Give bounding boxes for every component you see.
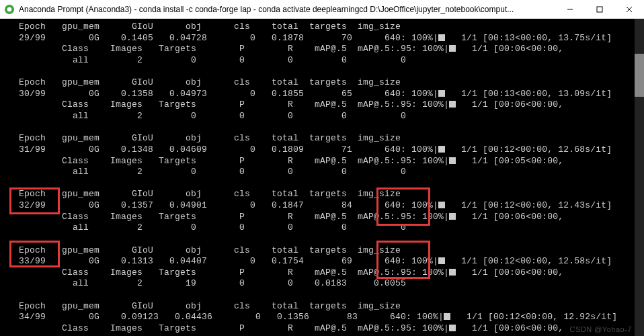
svg-rect-3 (597, 7, 602, 12)
scrollbar-track[interactable] (635, 19, 644, 336)
scrollbar-thumb[interactable] (635, 54, 644, 97)
maximize-button[interactable] (585, 0, 614, 19)
window-title: Anaconda Prompt (Anaconda3) - conda inst… (19, 5, 514, 14)
title-bar: Anaconda Prompt (Anaconda3) - conda inst… (0, 0, 644, 19)
highlight-img-33 (376, 241, 430, 279)
watermark: CSDN @Yohao‑7 (570, 325, 632, 333)
window-controls (555, 0, 644, 19)
minimize-button[interactable] (555, 0, 585, 19)
svg-point-1 (7, 7, 12, 11)
highlight-epoch-33 (9, 241, 60, 267)
highlight-epoch-32 (9, 187, 60, 214)
terminal-output: Epoch gpu_mem GIoU obj cls total targets… (0, 19, 644, 336)
highlight-img-32 (376, 187, 430, 226)
close-button[interactable] (614, 0, 644, 19)
terminal-text: Epoch gpu_mem GIoU obj cls total targets… (3, 22, 637, 336)
anaconda-icon (4, 4, 15, 15)
